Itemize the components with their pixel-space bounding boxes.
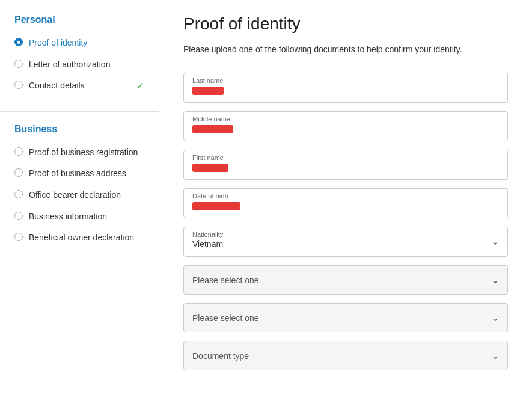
last-name-label: Last name: [192, 77, 499, 84]
radio-indicator-proof-of-business-addr: [14, 168, 23, 177]
sidebar-label-beneficial-owner-declaration: Beneficial owner declaration: [29, 232, 144, 244]
date-of-birth-field[interactable]: Date of birth: [183, 188, 508, 218]
sidebar-label-letter-of-authorization: Letter of authorization: [29, 59, 144, 71]
main-content: Proof of identity Please upload one of t…: [159, 0, 532, 404]
sidebar-item-letter-of-authorization[interactable]: Letter of authorization: [0, 54, 159, 76]
sidebar-label-office-bearer-declaration: Office bearer declaration: [29, 189, 144, 201]
select-one-label-block-1: Please select one: [192, 275, 259, 285]
sidebar-item-contact-details[interactable]: Contact details ✓: [0, 75, 159, 97]
sidebar-section-title-business: Business: [0, 124, 159, 142]
nationality-field[interactable]: Nationality Vietnam ⌄: [183, 227, 508, 257]
sidebar-item-beneficial-owner-declaration[interactable]: Beneficial owner declaration: [0, 227, 159, 249]
check-icon-contact-details: ✓: [136, 80, 144, 91]
date-of-birth-redacted: [192, 202, 240, 210]
page-description: Please upload one of the following docum…: [183, 43, 508, 56]
form-section: Last name Middle name First name: [183, 73, 508, 370]
first-name-field[interactable]: First name: [183, 150, 508, 180]
document-type-placeholder: Document type: [192, 351, 249, 361]
select-one-placeholder-2: Please select one: [192, 313, 259, 323]
nationality-label: Nationality: [192, 231, 223, 238]
chevron-down-icon-select1: ⌄: [491, 274, 499, 286]
radio-indicator-contact-details: [14, 81, 23, 89]
sidebar-item-proof-of-business-address[interactable]: Proof of business address: [0, 163, 159, 185]
sidebar-divider: [0, 111, 159, 112]
select-one-field-1[interactable]: Please select one ⌄: [183, 265, 508, 295]
sidebar-item-proof-of-identity[interactable]: Proof of identity: [0, 32, 159, 54]
chevron-down-icon-select2: ⌄: [491, 312, 499, 323]
sidebar-personal-items: Proof of identity Letter of authorizatio…: [0, 32, 159, 97]
radio-indicator-proof-of-identity: [14, 38, 23, 46]
last-name-field[interactable]: Last name: [183, 73, 508, 103]
radio-indicator-proof-of-business-reg: [14, 147, 23, 156]
date-of-birth-label: Date of birth: [192, 192, 499, 200]
middle-name-label: Middle name: [192, 115, 499, 123]
sidebar-item-proof-of-business-registration[interactable]: Proof of business registration: [0, 142, 159, 164]
first-name-label: First name: [192, 154, 499, 161]
sidebar-business-items: Proof of business registration Proof of …: [0, 142, 159, 249]
page-title: Proof of identity: [183, 14, 508, 34]
nationality-value: Vietnam: [192, 239, 223, 251]
last-name-redacted: [192, 87, 224, 95]
sidebar-item-business-information[interactable]: Business information: [0, 206, 159, 228]
radio-inner-dot: [17, 41, 20, 44]
first-name-redacted: [192, 164, 228, 172]
select-one-field-2[interactable]: Please select one ⌄: [183, 303, 508, 332]
radio-indicator-office-bearer: [14, 190, 23, 198]
nationality-label-value-block: Nationality Vietnam: [192, 231, 223, 251]
app-container: Personal Proof of identity Letter of aut…: [0, 0, 532, 404]
sidebar-section-personal: Personal Proof of identity Letter of aut…: [0, 14, 159, 112]
sidebar-item-office-bearer-declaration[interactable]: Office bearer declaration: [0, 185, 159, 206]
sidebar-label-business-information: Business information: [29, 211, 144, 223]
nationality-selected-value: Vietnam: [192, 239, 223, 249]
date-of-birth-value: [192, 201, 499, 213]
radio-indicator-business-info: [14, 212, 23, 220]
nationality-select[interactable]: Nationality Vietnam ⌄: [192, 231, 499, 251]
radio-indicator-letter-of-authorization: [14, 60, 23, 68]
chevron-down-icon-nationality: ⌄: [491, 236, 499, 247]
middle-name-redacted: [192, 125, 233, 133]
select-one-placeholder-1: Please select one: [192, 275, 259, 285]
document-type-field[interactable]: Document type ⌄: [183, 341, 508, 370]
middle-name-field[interactable]: Middle name: [183, 111, 508, 141]
sidebar-label-proof-of-business-registration: Proof of business registration: [29, 147, 144, 159]
sidebar-label-proof-of-identity: Proof of identity: [29, 37, 144, 49]
last-name-value: [192, 85, 499, 97]
chevron-down-icon-document-type: ⌄: [491, 350, 499, 361]
sidebar-label-proof-of-business-address: Proof of business address: [29, 168, 144, 180]
first-name-value: [192, 162, 499, 174]
sidebar-section-business: Business Proof of business registration …: [0, 124, 159, 249]
sidebar-section-title-personal: Personal: [0, 14, 159, 32]
middle-name-value: [192, 124, 499, 136]
sidebar-label-contact-details: Contact details: [29, 80, 130, 92]
select-one-label-block-2: Please select one: [192, 313, 259, 323]
document-type-label-block: Document type: [192, 351, 249, 361]
sidebar: Personal Proof of identity Letter of aut…: [0, 0, 159, 404]
radio-indicator-beneficial-owner: [14, 233, 23, 241]
